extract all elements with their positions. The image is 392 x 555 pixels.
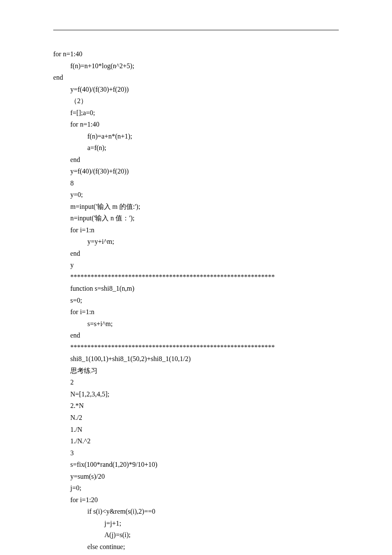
code-line: 1./N (53, 424, 339, 436)
code-line: n=input('输入 n 值：'); (53, 212, 339, 224)
code-line: s=fix(100*rand(1,20)*9/10+10) (53, 459, 339, 471)
code-block: for n=1:40f(n)=n+10*log(n^2+5);endy=f(40… (53, 48, 339, 555)
code-line: end (53, 330, 339, 341)
code-line: else continue; (53, 541, 339, 553)
code-line: 1./N.^2 (53, 435, 339, 447)
code-line: N./2 (53, 412, 339, 424)
code-line: j=j+1; (53, 517, 339, 529)
code-line: for i=1:n (53, 224, 339, 236)
code-line: y=sum(s)/20 (53, 471, 339, 483)
code-line: if s(i)<y&rem(s(i),2)==0 (53, 506, 339, 517)
code-line: end (53, 552, 339, 555)
code-line: y (53, 259, 339, 271)
code-line: a=f(n); (53, 142, 339, 154)
code-line: s=0; (53, 295, 339, 306)
code-line: f(n)=n+10*log(n^2+5); (53, 60, 339, 72)
code-line: end (53, 72, 339, 84)
code-line: shi8_1(100,1)+shi8_1(50,2)+shi8_1(10,1/2… (53, 353, 339, 365)
code-line: m=input('输入 m 的值:'); (53, 201, 339, 213)
code-line: y=y+i^m; (53, 236, 339, 248)
code-line: y=f(40)/(f(30)+f(20)) (53, 84, 339, 95)
code-line: for n=1:40 (53, 119, 339, 130)
top-rule (53, 30, 339, 30)
code-line: s=s+i^m; (53, 318, 339, 330)
code-line: N=[1,2,3,4,5]; (53, 388, 339, 400)
code-line: end (53, 248, 339, 260)
code-line: f(n)=a+n*(n+1); (53, 130, 339, 142)
code-line: end (53, 154, 339, 166)
code-line: 2.*N (53, 400, 339, 412)
code-line: function s=shi8_1(n,m) (53, 283, 339, 295)
code-line: ****************************************… (53, 341, 339, 353)
code-line: y=0; (53, 189, 339, 201)
code-line: 思考练习 (53, 365, 339, 377)
code-line: 3 (53, 447, 339, 459)
code-line: f=[];a=0; (53, 107, 339, 119)
document-page: for n=1:40f(n)=n+10*log(n^2+5);endy=f(40… (0, 0, 392, 555)
code-line: y=f(40)/(f(30)+f(20)) (53, 165, 339, 177)
code-line: A(j)=s(i); (53, 529, 339, 541)
code-line: （2） (53, 95, 339, 107)
code-line: for i=1:n (53, 306, 339, 318)
code-line: 2 (53, 376, 339, 388)
code-line: ****************************************… (53, 271, 339, 283)
code-line: for i=1:20 (53, 494, 339, 506)
code-line: j=0; (53, 482, 339, 494)
code-line: 8 (53, 177, 339, 189)
code-line: for n=1:40 (53, 48, 339, 60)
